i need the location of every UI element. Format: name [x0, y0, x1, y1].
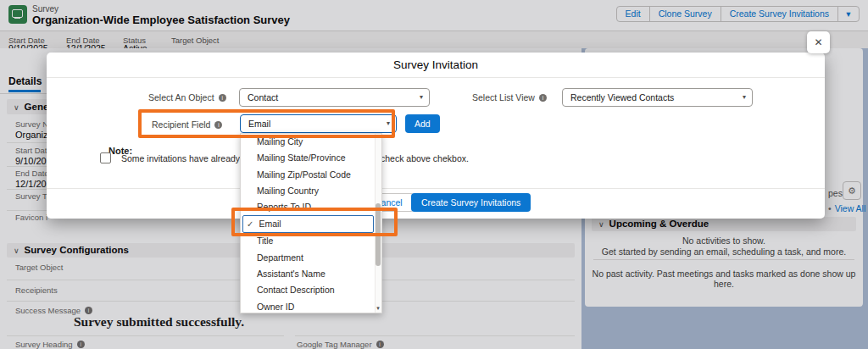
dropdown-option-mailing-zip[interactable]: Mailing Zip/Postal Code	[241, 167, 381, 183]
salesforce-survey-page: Survey Organization-Wide Employee Satisf…	[0, 0, 868, 349]
resend-checkbox[interactable]	[100, 152, 111, 163]
dropdown-option-mailing-state[interactable]: Mailing State/Province	[241, 150, 381, 166]
chevron-down-icon: ▾	[743, 89, 746, 106]
select-list-view-combobox[interactable]: Recently Viewed Contacts▾	[562, 88, 753, 107]
chevron-down-icon: ▾	[420, 89, 423, 106]
dropdown-option-mailing-country[interactable]: Mailing Country	[241, 183, 381, 199]
dropdown-option-email-label: Email	[259, 216, 281, 232]
scroll-down-arrow-icon[interactable]: ▾	[375, 305, 381, 312]
survey-invitation-modal: Survey Invitation Select An Objecti Cont…	[47, 53, 825, 219]
dropdown-option-contact-description[interactable]: Contact Description	[241, 282, 381, 298]
dropdown-option-reports-to-id[interactable]: Reports To ID	[241, 199, 381, 215]
close-icon[interactable]: ✕	[807, 31, 830, 53]
dropdown-option-title[interactable]: Title	[241, 233, 381, 249]
select-list-view-value: Recently Viewed Contacts	[570, 92, 674, 102]
add-button[interactable]: Add	[405, 114, 440, 133]
info-icon[interactable]: i	[539, 94, 547, 102]
select-object-text: Select An Object	[148, 92, 214, 102]
recipient-field-value: Email	[248, 119, 270, 129]
recipient-field-label: Recipient Fieldi	[152, 119, 222, 130]
dropdown-option-owner-id[interactable]: Owner ID	[241, 299, 381, 315]
check-icon: ✓	[247, 216, 253, 232]
modal-title: Survey Invitation	[47, 53, 825, 78]
recipient-field-combobox[interactable]: Email▾	[240, 114, 397, 133]
create-survey-invitations-submit-button[interactable]: Create Survey Invitations	[411, 193, 531, 212]
dropdown-option-email-selected[interactable]: ✓Email	[242, 215, 374, 233]
select-object-value: Contact	[248, 92, 278, 102]
info-icon[interactable]: i	[214, 121, 222, 129]
dropdown-scrollbar-track: ▾	[375, 134, 381, 313]
dropdown-option-mailing-city[interactable]: Mailing City	[241, 134, 381, 150]
dropdown-option-assistants-name[interactable]: Assistant's Name	[241, 266, 381, 282]
recipient-field-dropdown: Mailing City Mailing State/Province Mail…	[240, 133, 382, 313]
select-list-view-label: Select List Viewi	[472, 92, 547, 102]
info-icon[interactable]: i	[219, 94, 226, 102]
note-text-right: check above chekbox.	[381, 153, 469, 163]
select-object-combobox[interactable]: Contact▾	[239, 88, 430, 107]
select-list-view-text: Select List View	[472, 92, 535, 102]
modal-footer-border	[47, 188, 825, 189]
recipient-field-text: Recipient Field	[152, 119, 210, 130]
chevron-down-icon: ▾	[387, 115, 390, 132]
dropdown-scrollbar-thumb[interactable]	[376, 203, 381, 266]
select-object-label: Select An Objecti	[148, 92, 226, 102]
dropdown-option-department[interactable]: Department	[241, 250, 381, 266]
